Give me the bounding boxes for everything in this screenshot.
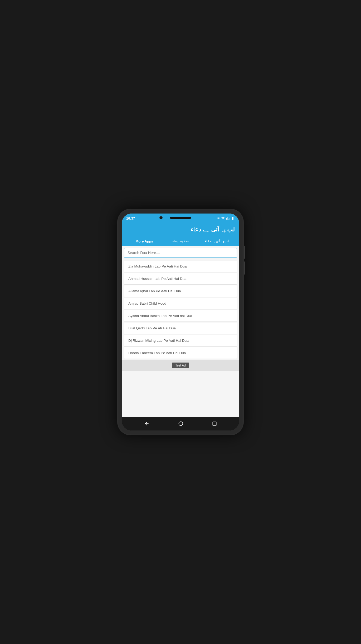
volume-button-2[interactable] (244, 261, 245, 275)
list-item[interactable]: Hooria Faheem Lab Pe Aati Hai Dua (124, 347, 237, 359)
phone-screen: 10:37 (122, 214, 239, 430)
home-icon (178, 421, 183, 426)
tabs-container: More Apps محفوظ دعاء لب پہ آتی ہے دعاء (126, 237, 235, 246)
tab-mehfooz-dua[interactable]: محفوظ دعاء (162, 237, 198, 246)
signal-icon (226, 216, 230, 220)
recents-button[interactable] (212, 421, 217, 426)
search-input[interactable] (128, 251, 233, 255)
list-container[interactable]: Zia Muhayuddin Lab Pe Aati Hai Dua Ahmad… (122, 260, 239, 417)
list-item[interactable]: Zia Muhayuddin Lab Pe Aati Hai Dua (124, 261, 237, 272)
back-icon (144, 421, 149, 426)
recents-icon (212, 421, 217, 426)
search-container (124, 248, 237, 257)
back-button[interactable] (144, 421, 149, 426)
status-icons (216, 216, 235, 220)
navigation-bar (122, 417, 239, 430)
ad-banner: Test Ad (122, 360, 239, 371)
app-bar: لب پہ آتی ہے دعاء More Apps محفوظ دعاء ل… (122, 223, 239, 246)
notification-icon (216, 216, 220, 220)
list-item[interactable]: Ahmad Hussain Lab Pe Aati Hai Dua (124, 273, 237, 284)
list-item[interactable]: Allama Iqbal Lab Pe Aati Hai Dua (124, 285, 237, 297)
volume-button-1[interactable] (244, 246, 245, 259)
list-item[interactable]: Dj Rizwan Mixing Lab Pe Aati Hai Dua (124, 335, 237, 346)
app-title: لب پہ آتی ہے دعاء (126, 226, 235, 237)
speaker (170, 217, 191, 219)
list-item[interactable]: Ayisha Abdul Basith Lab Pe Aati hai Dua (124, 310, 237, 321)
phone-frame: 10:37 (117, 209, 244, 435)
tab-more-apps[interactable]: More Apps (126, 237, 162, 246)
camera (159, 216, 163, 219)
app-screen: 10:37 (122, 214, 239, 417)
battery-icon (231, 216, 235, 220)
svg-rect-1 (213, 422, 216, 425)
status-time: 10:37 (126, 216, 135, 220)
tab-lab-pe-aati[interactable]: لب پہ آتی ہے دعاء (199, 237, 235, 246)
home-button[interactable] (178, 421, 183, 426)
svg-point-0 (179, 422, 183, 426)
list-item[interactable]: Amjad Sabri Child Hood (124, 298, 237, 309)
ad-label: Test Ad (172, 363, 189, 368)
wifi-icon (221, 216, 225, 220)
list-item[interactable]: Bilal Qadri Lab Pe Ati Hai Dua (124, 323, 237, 334)
